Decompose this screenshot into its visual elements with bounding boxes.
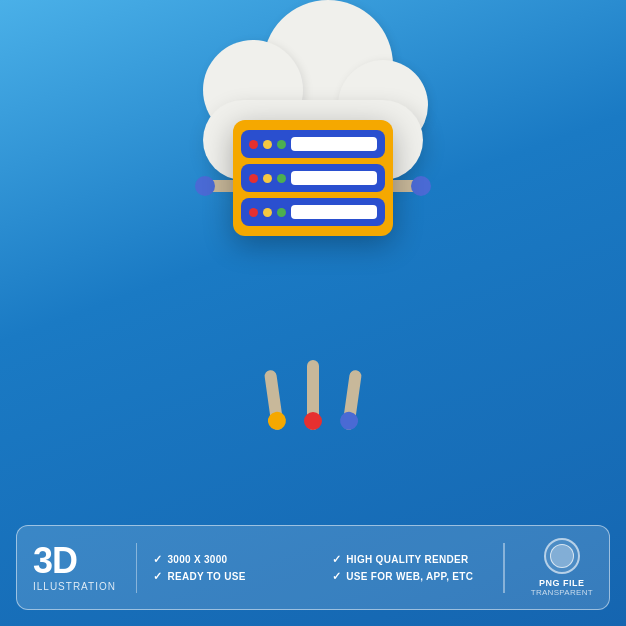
server-row-3: [241, 198, 385, 226]
spec-text-1: 3000 x 3000: [167, 554, 227, 565]
label-illustration: ILLUSTRATION: [33, 581, 116, 592]
spec-item-4: ✓ USE FOR WEB, APP, ETC: [332, 570, 503, 583]
check-icon-1: ✓: [153, 553, 162, 566]
dot-green-3: [277, 208, 286, 217]
info-bar: 3D ILLUSTRATION ✓ 3000 x 3000 ✓ HIGH QUA…: [16, 525, 610, 610]
png-circle: [544, 538, 580, 574]
dot-yellow-1: [263, 140, 272, 149]
foot-right: [339, 411, 359, 431]
png-badge: PNG FILE TRANSPARENT: [531, 538, 593, 597]
check-icon-2: ✓: [332, 553, 341, 566]
spec-text-2: HIGH QUALITY RENDER: [346, 554, 468, 565]
server-box: [233, 120, 393, 236]
server-bar-3: [291, 205, 377, 219]
legs-container: [213, 350, 413, 450]
arm-ball-left: [195, 176, 215, 196]
dot-green-1: [277, 140, 286, 149]
png-sublabel: TRANSPARENT: [531, 588, 593, 597]
label-3d: 3D: [33, 543, 77, 579]
leg-right: [342, 369, 362, 430]
spec-item-2: ✓ HIGH QUALITY RENDER: [332, 553, 503, 566]
dot-red-2: [249, 174, 258, 183]
png-inner-circle: [550, 544, 574, 568]
dot-yellow-2: [263, 174, 272, 183]
spec-item-1: ✓ 3000 x 3000: [153, 553, 324, 566]
dot-yellow-3: [263, 208, 272, 217]
arm-ball-right: [411, 176, 431, 196]
server-bar-1: [291, 137, 377, 151]
dot-green-2: [277, 174, 286, 183]
foot-left: [267, 411, 287, 431]
server-row-2: [241, 164, 385, 192]
leg-center: [307, 360, 319, 430]
server-scene: [173, 120, 453, 460]
specs-grid: ✓ 3000 x 3000 ✓ HIGH QUALITY RENDER ✓ RE…: [153, 553, 503, 583]
check-icon-3: ✓: [153, 570, 162, 583]
info-3d-section: 3D ILLUSTRATION: [33, 543, 116, 592]
spec-text-3: READY TO USE: [167, 571, 245, 582]
vertical-divider-2: [503, 543, 505, 593]
foot-center: [304, 412, 322, 430]
main-container: 3D ILLUSTRATION ✓ 3000 x 3000 ✓ HIGH QUA…: [0, 0, 626, 626]
server-bar-2: [291, 171, 377, 185]
png-label: PNG FILE: [539, 578, 585, 588]
spec-text-4: USE FOR WEB, APP, ETC: [346, 571, 473, 582]
check-icon-4: ✓: [332, 570, 341, 583]
leg-left: [264, 369, 284, 430]
dot-red-1: [249, 140, 258, 149]
spec-item-3: ✓ READY TO USE: [153, 570, 324, 583]
server-row-1: [241, 130, 385, 158]
dot-red-3: [249, 208, 258, 217]
vertical-divider: [136, 543, 138, 593]
